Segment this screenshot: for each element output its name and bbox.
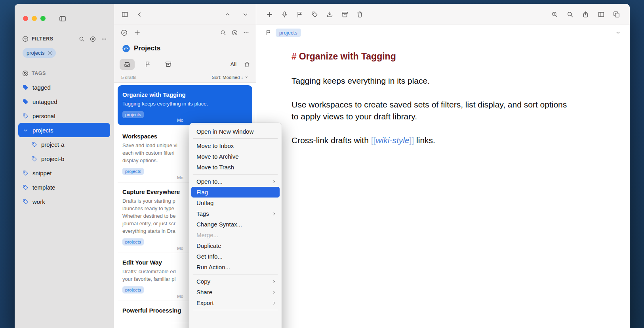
flag-icon[interactable]	[265, 29, 272, 36]
chevron-down-icon	[22, 127, 29, 134]
search-button[interactable]	[78, 36, 85, 42]
zoom-window-button[interactable]	[40, 16, 46, 21]
sidebar-tag-untagged[interactable]: untagged	[18, 94, 110, 109]
zoom-in-button[interactable]	[551, 11, 558, 18]
menu-separator	[193, 138, 278, 139]
sidebar-tag-tagged[interactable]: tagged	[18, 80, 110, 94]
sidebar-tag-work[interactable]: work	[18, 194, 110, 209]
menu-item-open-in-new-window[interactable]: Open in New Window	[191, 126, 280, 137]
menu-item-move-to-inbox[interactable]: Move to Inbox	[191, 140, 280, 151]
inbox-filter-tab[interactable]	[120, 59, 135, 70]
sort-control[interactable]: Sort: Modified ↓	[212, 75, 249, 80]
tag-label: personal	[32, 113, 55, 119]
clear-circle-button[interactable]	[231, 29, 238, 36]
menu-item-label: Copy	[196, 278, 210, 285]
submenu-chevron-icon	[272, 301, 276, 305]
chevron-down-button[interactable]	[242, 11, 249, 18]
menu-separator	[193, 310, 278, 310]
tag-filled-icon	[22, 98, 29, 105]
flag-icon	[296, 11, 303, 18]
menu-item-label: Open in New Window	[196, 128, 253, 135]
archive-filter-tab[interactable]	[161, 59, 176, 70]
panel-toggle-icon	[121, 11, 129, 18]
archive-icon	[341, 11, 349, 18]
chevron-down-icon[interactable]	[615, 30, 621, 36]
chevron-left-icon	[136, 11, 143, 18]
menu-item-flag[interactable]: Flag	[191, 187, 280, 198]
flag-button[interactable]	[296, 11, 303, 18]
menu-item-label: Move to Inbox	[196, 142, 234, 149]
trash-filter-button[interactable]	[244, 61, 250, 68]
menu-item-label: Merge...	[196, 232, 218, 238]
menu-item-label: Flag	[196, 189, 208, 196]
sidebar-tag-project-b[interactable]: project-b	[18, 152, 110, 166]
chevron-up-button[interactable]	[224, 11, 231, 18]
menu-item-label: Get Info...	[196, 253, 223, 260]
flag-filter-tab[interactable]	[140, 59, 155, 70]
sidebar-tag-template[interactable]: template	[18, 180, 110, 194]
mic-icon	[281, 11, 288, 18]
menu-separator	[193, 274, 278, 274]
menu-item-unflag[interactable]: Unflag	[191, 198, 280, 208]
draft-tag-chip[interactable]: projects	[276, 29, 301, 37]
menu-item-tags[interactable]: Tags	[191, 208, 280, 219]
menu-item-open-to[interactable]: Open to...	[191, 176, 280, 187]
menu-item-copy[interactable]: Copy	[191, 276, 280, 287]
tag-filled-icon	[22, 84, 29, 91]
draft-tag-chip: projects	[122, 168, 144, 175]
menu-item-move-to-trash[interactable]: Move to Trash	[191, 162, 280, 173]
search-button[interactable]	[220, 29, 227, 36]
plus-button[interactable]	[133, 29, 141, 36]
sidebar-tag-project-a[interactable]: project-a	[18, 137, 110, 152]
minimize-button[interactable]	[32, 16, 37, 21]
plus-icon	[133, 29, 141, 36]
archive-button[interactable]	[341, 11, 349, 18]
tag-button[interactable]	[311, 11, 318, 18]
menu-item-change-syntax[interactable]: Change Syntax...	[191, 219, 280, 230]
menu-item-share[interactable]: Share	[191, 287, 280, 297]
sidebar-tag-personal[interactable]: personal	[18, 109, 110, 123]
share-button[interactable]	[582, 11, 589, 18]
close-button[interactable]	[23, 16, 28, 21]
sidebar-tag-projects[interactable]: projects	[18, 123, 110, 137]
window-controls	[15, 4, 114, 25]
menu-item-move-to-archive[interactable]: Move to Archive	[191, 151, 280, 162]
mic-button[interactable]	[281, 11, 288, 18]
menu-item-duplicate[interactable]: Duplicate	[191, 240, 280, 251]
chevron-down-icon	[244, 75, 249, 79]
trash-button[interactable]	[356, 11, 364, 18]
filter-chip-projects[interactable]: projects	[23, 48, 56, 58]
menu-item-run-action[interactable]: Run Action...	[191, 262, 280, 272]
chevron-right-icon	[272, 301, 276, 305]
search-button[interactable]	[566, 11, 574, 18]
tray-down-button[interactable]	[326, 11, 333, 18]
more-button[interactable]	[101, 36, 107, 42]
tag-label: projects	[32, 127, 53, 134]
more-button[interactable]	[243, 29, 250, 36]
draft-modified-meta: Mo	[177, 246, 183, 251]
sidebar-toggle-button[interactable]	[59, 15, 67, 23]
tag-circle-icon	[22, 70, 29, 77]
plus-button[interactable]	[266, 11, 273, 18]
chevron-down-icon	[242, 11, 249, 18]
menu-item-merge[interactable]: Merge...	[191, 230, 280, 240]
workspace-row[interactable]: Projects	[114, 40, 256, 57]
check-circle-button[interactable]	[120, 29, 128, 36]
clear-circle-icon	[47, 50, 53, 56]
clear-circle-button[interactable]	[90, 36, 96, 42]
paragraph: Use workspaces to create saved sets of f…	[292, 99, 569, 123]
sidebar-tag-snippet[interactable]: snippet	[18, 166, 110, 180]
panel-toggle-button[interactable]	[597, 11, 605, 18]
search-icon	[220, 29, 227, 36]
panel-toggle-button[interactable]	[121, 11, 129, 18]
remove-filter-icon[interactable]	[47, 50, 53, 56]
filter-all-label[interactable]: All	[230, 61, 236, 67]
sidebar-tags-list: taggeduntaggedpersonalprojectsproject-ap…	[15, 80, 114, 209]
menu-item-get-info[interactable]: Get Info...	[191, 251, 280, 262]
chevron-left-button[interactable]	[136, 11, 143, 18]
copy-button[interactable]	[613, 11, 620, 18]
wiki-link-text[interactable]: wiki-style	[375, 136, 409, 145]
menu-item-export[interactable]: Export	[191, 297, 280, 308]
draft-card[interactable]: Organize with TaggingTagging keeps every…	[118, 85, 252, 125]
editor-content[interactable]: #Organize with Tagging Tagging keeps eve…	[256, 40, 630, 158]
